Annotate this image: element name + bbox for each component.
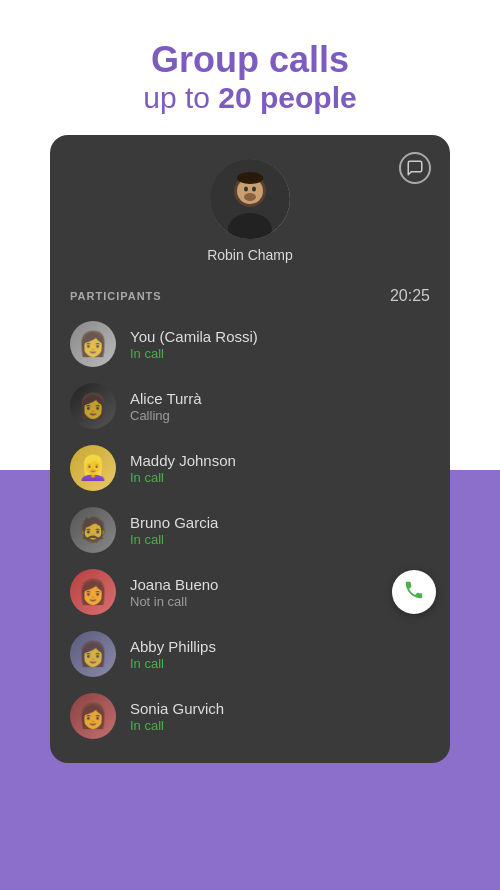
- svg-point-7: [244, 193, 256, 201]
- svg-point-5: [252, 187, 256, 192]
- participant-info: You (Camila Rossi) In call: [130, 328, 430, 361]
- avatar-face: 🧔: [70, 507, 116, 553]
- participants-label: PARTICIPANTS: [70, 290, 162, 302]
- participant-status: In call: [130, 532, 430, 547]
- list-item: 🧔 Bruno Garcia In call: [50, 499, 450, 561]
- participants-header: PARTICIPANTS 20:25: [50, 273, 450, 313]
- participant-name: Bruno Garcia: [130, 514, 430, 531]
- participant-avatar: 👩: [70, 631, 116, 677]
- participant-info: Abby Phillips In call: [130, 638, 430, 671]
- participant-avatar: 👩: [70, 569, 116, 615]
- participant-avatar: 👩: [70, 321, 116, 367]
- participant-status: In call: [130, 718, 430, 733]
- list-item: 👩 Sonia Gurvich In call: [50, 685, 450, 747]
- participant-name: Joana Bueno: [130, 576, 430, 593]
- page-subtitle: up to 20 people: [20, 81, 480, 115]
- host-avatar-image: [210, 159, 290, 239]
- svg-point-6: [237, 172, 263, 184]
- participant-info: Bruno Garcia In call: [130, 514, 430, 547]
- host-name: Robin Champ: [207, 247, 293, 263]
- participant-status: In call: [130, 346, 430, 361]
- participant-status: In call: [130, 656, 430, 671]
- participant-status: Not in call: [130, 594, 430, 609]
- participant-info: Sonia Gurvich In call: [130, 700, 430, 733]
- list-item: 👩 Abby Phillips In call: [50, 623, 450, 685]
- avatar-face: 👩: [70, 321, 116, 367]
- phone-icon: [403, 579, 425, 606]
- participant-status: In call: [130, 470, 430, 485]
- participant-name: Sonia Gurvich: [130, 700, 430, 717]
- avatar-face: 👩: [70, 569, 116, 615]
- participant-info: Maddy Johnson In call: [130, 452, 430, 485]
- participant-name: Maddy Johnson: [130, 452, 430, 469]
- participant-info: Joana Bueno Not in call: [130, 576, 430, 609]
- participant-name: Abby Phillips: [130, 638, 430, 655]
- participant-name: You (Camila Rossi): [130, 328, 430, 345]
- list-item: 👱‍♀️ Maddy Johnson In call: [50, 437, 450, 499]
- participant-status: Calling: [130, 408, 430, 423]
- group-call-card: Robin Champ PARTICIPANTS 20:25 👩 You (Ca…: [50, 135, 450, 763]
- participant-avatar: 🧔: [70, 507, 116, 553]
- avatar-face: 👩: [70, 383, 116, 429]
- avatar-face: 👱‍♀️: [70, 445, 116, 491]
- participant-avatar: 👱‍♀️: [70, 445, 116, 491]
- page-title: Group calls: [20, 38, 480, 81]
- participant-info: Alice Turrà Calling: [130, 390, 430, 423]
- list-item: 👩 You (Camila Rossi) In call: [50, 313, 450, 375]
- call-timer: 20:25: [390, 287, 430, 305]
- call-button[interactable]: [392, 570, 436, 614]
- host-avatar: [210, 159, 290, 239]
- list-item: 👩 Alice Turrà Calling: [50, 375, 450, 437]
- chat-icon-button[interactable]: [396, 149, 434, 187]
- participant-avatar: 👩: [70, 383, 116, 429]
- participant-name: Alice Turrà: [130, 390, 430, 407]
- avatar-face: 👩: [70, 693, 116, 739]
- message-icon: [399, 152, 431, 184]
- avatar-face: 👩: [70, 631, 116, 677]
- host-section: Robin Champ: [50, 135, 450, 273]
- participant-list: 👩 You (Camila Rossi) In call 👩 Alice Tur…: [50, 313, 450, 747]
- list-item: 👩 Joana Bueno Not in call: [50, 561, 450, 623]
- participant-avatar: 👩: [70, 693, 116, 739]
- svg-point-4: [244, 187, 248, 192]
- header-section: Group calls up to 20 people: [0, 0, 500, 135]
